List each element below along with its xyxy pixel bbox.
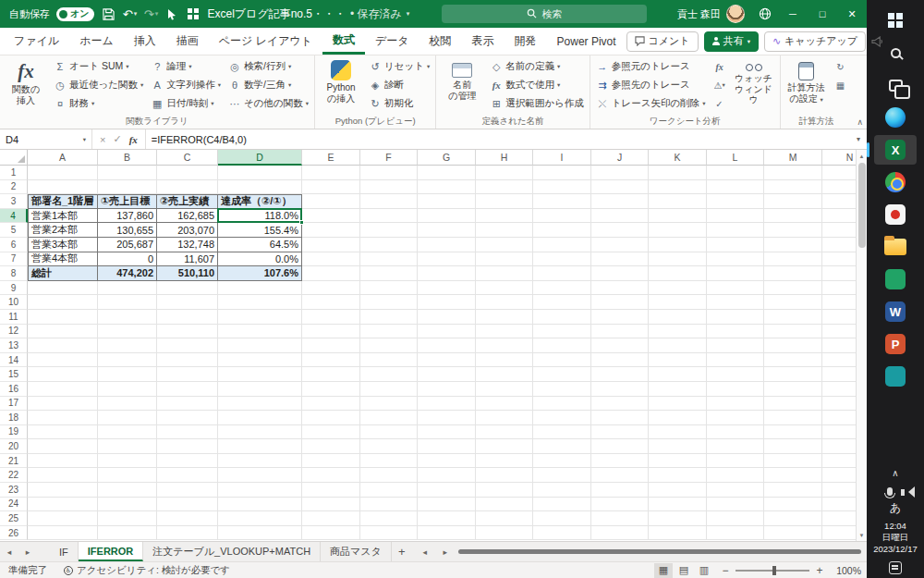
cell-K19[interactable] — [649, 425, 707, 440]
cell-F22[interactable] — [360, 468, 418, 483]
row-header-24[interactable]: 24 — [0, 498, 28, 512]
cell-C21[interactable] — [157, 454, 218, 469]
page-layout-view-button[interactable]: ▤ — [675, 563, 693, 578]
ribbon-tab-挿入[interactable]: 挿入 — [124, 28, 166, 55]
row-header-15[interactable]: 15 — [0, 367, 28, 382]
cell-G2[interactable] — [418, 180, 476, 195]
cell-K10[interactable] — [649, 295, 707, 310]
ime-indicator[interactable]: あ — [890, 500, 901, 516]
cell-J15[interactable] — [591, 367, 649, 382]
cell-C12[interactable] — [157, 325, 218, 339]
cell-L18[interactable] — [707, 411, 764, 425]
cell-E19[interactable] — [302, 425, 360, 440]
cell-J24[interactable] — [591, 498, 649, 512]
cancel-icon[interactable]: × — [100, 134, 105, 145]
cell-I9[interactable] — [533, 281, 591, 296]
cell-E24[interactable] — [302, 498, 360, 512]
cell-H20[interactable] — [476, 439, 533, 454]
cell-B8[interactable]: 474,202 — [98, 266, 157, 281]
cell-G7[interactable] — [418, 252, 476, 267]
cell-A17[interactable] — [28, 397, 98, 412]
cell-L19[interactable] — [707, 425, 764, 440]
cell-L24[interactable] — [707, 498, 764, 512]
cell-I13[interactable] — [533, 338, 591, 353]
sheet-tab-IF[interactable]: IF — [50, 542, 79, 561]
column-header-C[interactable]: C — [157, 150, 218, 166]
python-reset-button[interactable]: ↺リセット▾ — [366, 57, 432, 76]
cell-K24[interactable] — [649, 498, 707, 512]
taskbar-app-1-icon[interactable] — [874, 200, 917, 229]
cell-N5[interactable] — [822, 223, 856, 238]
cell-F1[interactable] — [360, 166, 418, 180]
cell-J25[interactable] — [591, 511, 649, 526]
cell-E4[interactable] — [302, 209, 360, 224]
cell-L2[interactable] — [707, 180, 764, 195]
cell-L25[interactable] — [707, 511, 764, 526]
cell-F5[interactable] — [360, 223, 418, 238]
cell-F4[interactable] — [360, 209, 418, 224]
cell-M15[interactable] — [764, 367, 822, 382]
cell-H24[interactable] — [476, 498, 533, 512]
cell-C15[interactable] — [157, 367, 218, 382]
cell-K22[interactable] — [649, 468, 707, 483]
cell-F9[interactable] — [360, 281, 418, 296]
cell-B11[interactable] — [98, 310, 157, 325]
cell-E1[interactable] — [302, 166, 360, 180]
cell-G22[interactable] — [418, 468, 476, 483]
cell-N19[interactable] — [822, 425, 856, 440]
zoom-in-button[interactable]: + — [815, 564, 824, 577]
cell-B13[interactable] — [98, 338, 157, 353]
cell-B20[interactable] — [98, 439, 157, 454]
cell-D6[interactable]: 64.5% — [218, 238, 302, 252]
vertical-scroll-thumb[interactable] — [858, 163, 866, 248]
row-header-3[interactable]: 3 — [0, 194, 28, 209]
ribbon-tab-開発[interactable]: 開発 — [505, 28, 547, 55]
cell-C5[interactable]: 203,070 — [157, 223, 218, 238]
cell-F18[interactable] — [360, 411, 418, 425]
cell-I8[interactable] — [533, 266, 591, 281]
cell-B26[interactable] — [98, 526, 157, 541]
cell-I7[interactable] — [533, 252, 591, 267]
cell-N20[interactable] — [822, 439, 856, 454]
cell-G21[interactable] — [418, 454, 476, 469]
cell-N8[interactable] — [822, 266, 856, 281]
cell-G19[interactable] — [418, 425, 476, 440]
cell-N9[interactable] — [822, 281, 856, 296]
cell-G23[interactable] — [418, 483, 476, 498]
financial-button[interactable]: ¤財務▾ — [51, 94, 146, 113]
cell-I2[interactable] — [533, 180, 591, 195]
cell-F12[interactable] — [360, 325, 418, 339]
cell-N1[interactable] — [822, 166, 856, 180]
ribbon-tab-ファイル[interactable]: ファイル — [4, 28, 69, 55]
cell-E6[interactable] — [302, 238, 360, 252]
normal-view-button[interactable]: ▦ — [654, 563, 673, 578]
cell-N11[interactable] — [822, 310, 856, 325]
cell-N25[interactable] — [822, 511, 856, 526]
cell-I23[interactable] — [533, 483, 591, 498]
cell-I22[interactable] — [533, 468, 591, 483]
taskbar-explorer-icon[interactable] — [874, 232, 917, 262]
cell-B6[interactable]: 205,687 — [98, 238, 157, 252]
ribbon-tab-データ[interactable]: データ — [365, 28, 419, 55]
hscroll-right-icon[interactable]: ▸ — [436, 547, 455, 557]
cell-H10[interactable] — [476, 295, 533, 310]
taskbar-search-icon[interactable] — [874, 38, 917, 68]
use-in-formula-button[interactable]: fx数式で使用▾ — [487, 76, 587, 94]
cell-C3[interactable]: ②売上実績 — [157, 194, 218, 209]
maximize-button[interactable]: □ — [808, 0, 837, 28]
insert-python-button[interactable]: Pythonの挿入 — [318, 57, 364, 115]
cell-A11[interactable] — [28, 310, 98, 325]
cell-H26[interactable] — [476, 526, 533, 541]
cell-H12[interactable] — [476, 325, 533, 339]
cell-K21[interactable] — [649, 454, 707, 469]
row-header-18[interactable]: 18 — [0, 411, 28, 425]
error-checking-button[interactable]: ⚠▾ — [711, 76, 729, 94]
autosum-button[interactable]: Σオート SUM▾ — [51, 57, 146, 76]
cell-A8[interactable]: 総計 — [28, 266, 98, 281]
row-header-14[interactable]: 14 — [0, 353, 28, 368]
name-box[interactable]: D4 ▾ — [0, 129, 92, 149]
ribbon-tab-Power Pivot[interactable]: Power Pivot — [547, 28, 626, 55]
cell-K6[interactable] — [649, 238, 707, 252]
cell-A1[interactable] — [28, 166, 98, 180]
cell-M18[interactable] — [764, 411, 822, 425]
